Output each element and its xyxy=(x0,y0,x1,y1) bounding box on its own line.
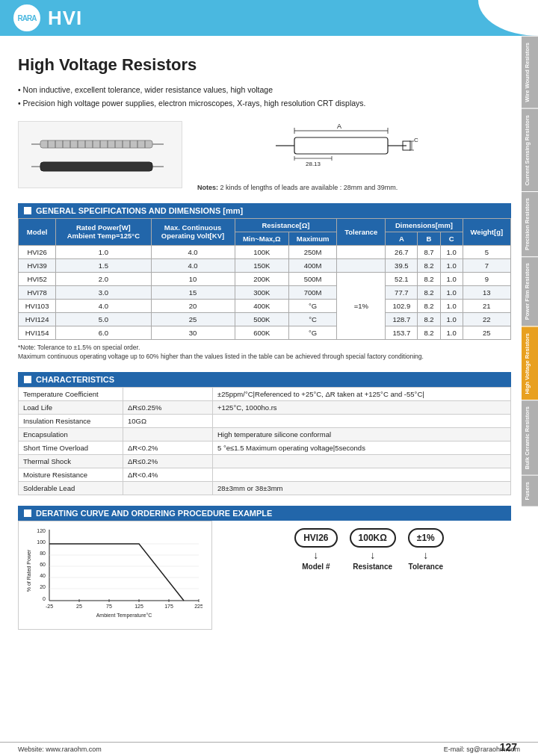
diagram-box: A C 28.13 xyxy=(197,121,511,191)
ordering-item-model: HVI26 ↓ Model # xyxy=(294,528,337,571)
sidebar-tab-wire-wound[interactable]: Wire Wound Resistors xyxy=(522,36,538,108)
note-1: *Note: Tolerance to ±1.5% on special ord… xyxy=(18,343,511,353)
ordering-item-resistance: 100KΩ ↓ Resistance xyxy=(350,528,396,571)
ordering-label-model: Model # xyxy=(302,563,330,571)
ordering-arrow-model: ↓ xyxy=(313,549,318,561)
svg-rect-22 xyxy=(294,137,388,154)
svg-text:75: 75 xyxy=(106,604,112,609)
svg-rect-17 xyxy=(40,162,152,171)
product-image xyxy=(18,121,182,188)
table-row: Load Life ΔR≤0.25% +125°C, 1000ho.rs xyxy=(19,401,511,415)
ordering-row: HVI26 ↓ Model # 100KΩ ↓ Resistance ±1% ↓… xyxy=(294,528,444,571)
table-row: Encapsulation High temperature silicone … xyxy=(19,428,511,441)
table-row: Temperature Coefficient ±25ppm/°C|Refere… xyxy=(19,388,511,401)
diagram-note: Notes: 2 kinds of lengths of leads are a… xyxy=(197,184,511,191)
ordering-label-resistance: Resistance xyxy=(353,563,392,571)
table-row: HVI1245.025500K°C128.78.21.022 xyxy=(19,312,511,326)
col-dimensions: Dimensions[mm] xyxy=(386,218,463,232)
svg-text:25: 25 xyxy=(76,604,82,609)
table-row: Short Time Overload ΔR<0.2% 5 °e≤1.5 Max… xyxy=(19,441,511,455)
svg-text:60: 60 xyxy=(40,562,46,567)
table-row: Solderable Lead 28±3mm or 38±3mm xyxy=(19,482,511,495)
svg-text:100: 100 xyxy=(37,539,46,545)
sidebar-tabs: Wire Wound Resistors Current Sensing Res… xyxy=(522,36,538,506)
svg-text:-25: -25 xyxy=(46,604,53,609)
bullet-1: Non inductive, excellent tolerance, wide… xyxy=(18,84,511,97)
main-content: High Voltage Resistors Non inductive, ex… xyxy=(0,36,538,643)
derating-header: DERATING CURVE AND ORDERING PROCEDURE EX… xyxy=(18,506,511,521)
svg-text:125: 125 xyxy=(134,604,143,609)
tolerance-cell: =1% xyxy=(337,272,386,339)
bullet-list: Non inductive, excellent tolerance, wide… xyxy=(18,84,511,111)
svg-text:20: 20 xyxy=(40,584,46,589)
section-square-icon-2 xyxy=(24,376,31,383)
diagram-svg: A C 28.13 xyxy=(272,121,436,181)
derating-section: 120 100 80 60 40 20 0 -25 25 75 125 175 … xyxy=(18,521,511,630)
section-square-icon xyxy=(24,207,31,214)
product-section: A C 28.13 xyxy=(18,121,511,191)
svg-text:0: 0 xyxy=(43,596,46,601)
header-title: HVI xyxy=(48,7,82,30)
col-res-min: Min~Max,Ω xyxy=(235,232,288,245)
bullet-2: Precision high voltage power supplies, e… xyxy=(18,97,511,111)
page-title: High Voltage Resistors xyxy=(18,55,511,75)
sidebar-tab-power-film[interactable]: Power Film Resistors xyxy=(522,256,538,326)
col-dim-a: A xyxy=(386,232,418,245)
section-square-icon-3 xyxy=(24,509,31,517)
ordering-box: HVI26 ↓ Model # 100KΩ ↓ Resistance ±1% ↓… xyxy=(227,521,511,574)
table-row: HVI1546.030600K°G153.78.21.025 xyxy=(19,326,511,339)
sidebar-tab-bulk-ceramic[interactable]: Bulk Ceramic Resistors xyxy=(522,400,538,475)
footer: Website: www.raraohm.com E-mail: sg@rara… xyxy=(0,742,538,756)
header: RARA HVI xyxy=(0,0,538,36)
header-curve-decoration xyxy=(478,0,538,36)
ordering-badge-tolerance: ±1% xyxy=(408,528,444,548)
sidebar-tab-precision[interactable]: Precision Resistors xyxy=(522,191,538,256)
sidebar-tab-high-voltage[interactable]: High Voltage Resistors xyxy=(522,326,538,400)
page-number: 127 xyxy=(500,741,517,753)
table-row: HVI261.04.0100K250M26.78.71.05 xyxy=(19,245,511,258)
table-row: Moisture Resistance ΔR<0.4% xyxy=(19,468,511,482)
general-specs-header: GENERAL SPECIFICATIONS AND DIMENSIONS [m… xyxy=(18,203,511,218)
table-row: Thermal Shock ΔR≤0.2% xyxy=(19,455,511,468)
sidebar-tab-current-sensing[interactable]: Current Sensing Resistors xyxy=(522,108,538,192)
ordering-arrow-resistance: ↓ xyxy=(370,549,375,561)
col-dim-b: B xyxy=(418,232,440,245)
svg-text:225: 225 xyxy=(194,604,202,609)
ordering-label-tolerance: Tolerance xyxy=(409,563,444,571)
svg-text:40: 40 xyxy=(40,573,46,578)
col-dim-c: C xyxy=(440,232,463,245)
derating-chart: 120 100 80 60 40 20 0 -25 25 75 125 175 … xyxy=(18,521,212,630)
col-weight: Weight[g] xyxy=(463,218,510,245)
svg-rect-1 xyxy=(40,140,152,148)
characteristics-table: Temperature Coefficient ±25ppm/°C|Refere… xyxy=(18,387,511,495)
col-rated-power: Rated Power[W]Ambient Temp=125°C xyxy=(56,218,151,245)
table-row: HVI522.010200K500M=1%52.18.21.09 xyxy=(19,272,511,285)
svg-text:C: C xyxy=(414,137,418,143)
specs-table: Model Rated Power[W]Ambient Temp=125°C M… xyxy=(18,218,511,340)
col-max-volt: Max. ContinuousOperating Volt[KV] xyxy=(151,218,235,245)
svg-text:% of Rated Power: % of Rated Power xyxy=(26,549,31,592)
resistor-image-svg xyxy=(25,128,175,181)
svg-text:120: 120 xyxy=(37,528,46,533)
ordering-badge-resistance: 100KΩ xyxy=(350,528,396,548)
col-resistance: Resistance[Ω] xyxy=(235,218,337,232)
characteristics-header: CHARACTERISTICS xyxy=(18,372,511,387)
svg-text:28.13: 28.13 xyxy=(306,161,321,167)
logo: RARA xyxy=(13,4,40,31)
ordering-badge-model: HVI26 xyxy=(294,528,337,548)
svg-text:175: 175 xyxy=(164,604,173,609)
table-row: HVI391.54.0150K400M39.58.21.07 xyxy=(19,258,511,272)
sidebar-tab-fusers[interactable]: Fusers xyxy=(522,475,538,506)
footer-website: Website: www.raraohm.com xyxy=(18,746,102,753)
ordering-item-tolerance: ±1% ↓ Tolerance xyxy=(408,528,444,571)
svg-text:80: 80 xyxy=(40,551,46,556)
specs-notes: *Note: Tolerance to ±1.5% on special ord… xyxy=(18,343,511,362)
col-model: Model xyxy=(19,218,56,245)
ordering-arrow-tolerance: ↓ xyxy=(423,549,428,561)
table-row: HVI1034.020400K°G102.98.21.021 xyxy=(19,299,511,312)
table-row: Insulation Resistance 10GΩ xyxy=(19,415,511,428)
note-2: Maximum continuous operating voltage up … xyxy=(18,352,511,362)
col-res-max: Maximum xyxy=(288,232,336,245)
derating-chart-svg: 120 100 80 60 40 20 0 -25 25 75 125 175 … xyxy=(23,526,202,623)
svg-text:A: A xyxy=(337,123,341,130)
